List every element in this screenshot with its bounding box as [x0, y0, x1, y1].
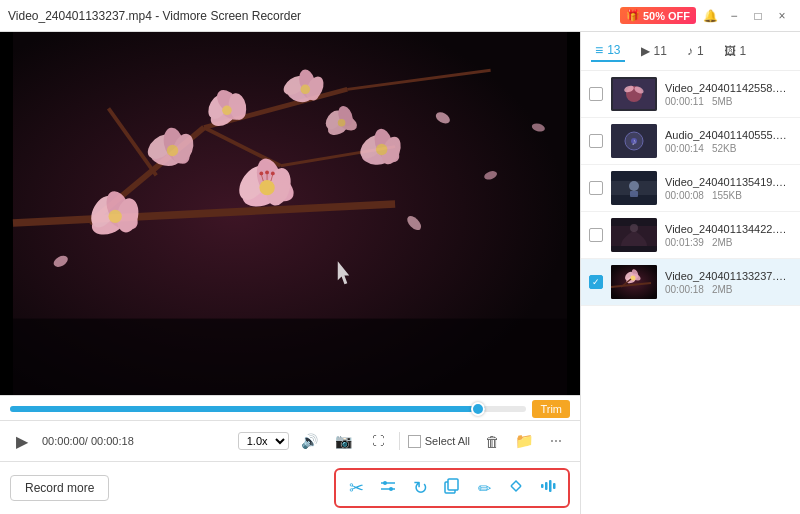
- svg-rect-71: [549, 480, 552, 492]
- maximize-btn[interactable]: □: [748, 6, 768, 26]
- tab-all[interactable]: ≡ 13: [591, 40, 625, 62]
- more-btn[interactable]: ⋯: [542, 427, 570, 455]
- play-button[interactable]: ▶: [10, 429, 34, 453]
- svg-point-50: [376, 144, 387, 155]
- tab-audio[interactable]: ♪ 1: [683, 42, 708, 60]
- close-btn[interactable]: ×: [772, 6, 792, 26]
- app-title: Video_240401133237.mp4 - Vidmore Screen …: [8, 9, 301, 23]
- file-checkbox-2[interactable]: [589, 134, 603, 148]
- rotate-icon: ↻: [413, 477, 428, 499]
- controls-bar: ▶ 00:00:00/ 00:00:18 0.5x 1.0x 1.5x 2.0x…: [0, 420, 580, 461]
- trim-button[interactable]: Trim: [532, 400, 570, 418]
- edit-tool-btn-pencil[interactable]: ✏: [470, 474, 498, 502]
- file-info-2: Audio_240401140555.mp3 00:00:14 52KB: [665, 129, 792, 154]
- file-name-1: Video_240401142558.mp4: [665, 82, 792, 94]
- list-item[interactable]: Video_240401135419.mp4 00:00:08 155KB: [581, 165, 800, 212]
- cut-icon: ✂: [349, 477, 364, 499]
- camera-icon: 📷: [335, 433, 352, 449]
- edit-tools: ✂ ↻: [334, 468, 570, 508]
- file-size-1: 5MB: [712, 96, 733, 107]
- file-name-4: Video_240401134422.mp4: [665, 223, 792, 235]
- play-icon-tab: ▶: [641, 44, 650, 58]
- list-item[interactable]: Video_240401134422.mp4 00:01:39 2MB: [581, 212, 800, 259]
- bell-icon: 🔔: [703, 9, 718, 23]
- svg-point-42: [265, 171, 269, 175]
- tab-all-count: 13: [607, 43, 620, 57]
- svg-point-88: [630, 224, 638, 232]
- file-name-2: Audio_240401140555.mp3: [665, 129, 792, 141]
- time-display: 00:00:00/ 00:00:18: [42, 435, 134, 447]
- camera-btn[interactable]: 📷: [331, 428, 357, 454]
- pencil-icon: ✏: [478, 479, 491, 498]
- minimize-icon: −: [730, 9, 737, 23]
- sound-wave-icon: [539, 477, 557, 499]
- image-icon: 🖼: [724, 44, 736, 58]
- file-size-5: 2MB: [712, 284, 733, 295]
- file-size-2: 52KB: [712, 143, 736, 154]
- action-icons: 🗑 📁 ⋯: [478, 427, 570, 455]
- promo-badge[interactable]: 🎁 50% OFF: [620, 7, 696, 24]
- right-panel: ≡ 13 ▶ 11 ♪ 1 🖼 1: [580, 32, 800, 514]
- tab-image[interactable]: 🖼 1: [720, 42, 751, 60]
- delete-btn[interactable]: 🗑: [478, 427, 506, 455]
- svg-point-14: [222, 106, 232, 116]
- file-checkbox-3[interactable]: [589, 181, 603, 195]
- timeline-track[interactable]: [10, 406, 526, 412]
- fullscreen-btn[interactable]: ⛶: [365, 428, 391, 454]
- maximize-icon: □: [754, 9, 761, 23]
- file-checkbox-1[interactable]: [589, 87, 603, 101]
- file-checkbox-5[interactable]: ✓: [589, 275, 603, 289]
- play-icon: ▶: [16, 432, 28, 451]
- file-meta-1: 00:00:11 5MB: [665, 96, 792, 107]
- file-list: Video_240401142558.mp4 00:00:11 5MB ♪: [581, 71, 800, 514]
- file-checkbox-4[interactable]: [589, 228, 603, 242]
- record-more-button[interactable]: Record more: [10, 475, 109, 501]
- file-thumbnail-2: ♪: [611, 124, 657, 158]
- svg-point-43: [271, 171, 275, 175]
- svg-rect-69: [541, 484, 544, 488]
- list-icon: ≡: [595, 42, 603, 58]
- tab-video[interactable]: ▶ 11: [637, 42, 671, 60]
- file-meta-5: 00:00:18 2MB: [665, 284, 792, 295]
- svg-point-55: [338, 119, 346, 127]
- file-thumbnail-1: [611, 77, 657, 111]
- merge-tool-btn[interactable]: [502, 474, 530, 502]
- titlebar-left: Video_240401133237.mp4 - Vidmore Screen …: [8, 9, 301, 23]
- svg-rect-70: [545, 482, 548, 490]
- bottom-bar: Record more ✂: [0, 461, 580, 514]
- promo-text: 50% OFF: [643, 10, 690, 22]
- volume-icon: 🔊: [301, 433, 318, 449]
- minimize-btn[interactable]: −: [724, 6, 744, 26]
- tab-audio-count: 1: [697, 44, 704, 58]
- close-icon: ×: [778, 9, 785, 23]
- adjust-icon: [379, 477, 397, 499]
- file-thumbnail-3: [611, 171, 657, 205]
- more-icon: ⋯: [550, 434, 562, 448]
- copy-tool-btn[interactable]: [438, 474, 466, 502]
- list-item[interactable]: ♪ Audio_240401140555.mp3 00:00:14 52KB: [581, 118, 800, 165]
- volume-btn[interactable]: 🔊: [297, 428, 323, 454]
- file-thumbnail-5: [611, 265, 657, 299]
- timeline-row: Trim: [10, 400, 570, 418]
- bell-btn[interactable]: 🔔: [700, 6, 720, 26]
- file-meta-4: 00:01:39 2MB: [665, 237, 792, 248]
- file-thumbnail-4: [611, 218, 657, 252]
- select-all-checkbox[interactable]: [408, 435, 421, 448]
- file-name-5: Video_240401133237.mp4: [665, 270, 792, 282]
- list-item[interactable]: ✓: [581, 259, 800, 306]
- list-item[interactable]: Video_240401142558.mp4 00:00:11 5MB: [581, 71, 800, 118]
- file-info-1: Video_240401142558.mp4 00:00:11 5MB: [665, 82, 792, 107]
- speed-select[interactable]: 0.5x 1.0x 1.5x 2.0x: [238, 432, 289, 450]
- rotate-tool-btn[interactable]: ↻: [406, 474, 434, 502]
- cut-tool-btn[interactable]: ✂: [342, 474, 370, 502]
- svg-point-44: [259, 171, 263, 175]
- titlebar-right: 🎁 50% OFF 🔔 − □ ×: [620, 6, 792, 26]
- folder-btn[interactable]: 📁: [510, 427, 538, 455]
- adjust-tool-btn[interactable]: [374, 474, 402, 502]
- svg-point-38: [259, 180, 274, 195]
- timeline-thumb[interactable]: [471, 402, 485, 416]
- timeline-fill: [10, 406, 485, 412]
- file-duration-1: 00:00:11: [665, 96, 704, 107]
- volume-tool-btn[interactable]: [534, 474, 562, 502]
- file-duration-2: 00:00:14: [665, 143, 704, 154]
